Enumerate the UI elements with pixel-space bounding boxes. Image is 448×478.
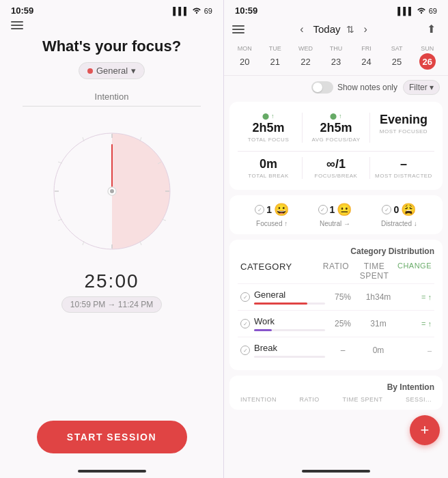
start-session-button[interactable]: START SESSION — [37, 421, 187, 453]
day-item[interactable]: THU23 — [328, 45, 344, 70]
day-name: WED — [298, 45, 313, 52]
day-item[interactable]: FRI24 — [359, 45, 375, 70]
mood-emoji: 😀 — [274, 202, 289, 217]
mood-emoji: 😩 — [401, 202, 416, 217]
category-bar — [254, 329, 325, 331]
share-button[interactable]: ⬆ — [423, 21, 440, 37]
category-dot — [87, 68, 93, 74]
filter-button[interactable]: Filter ▾ — [403, 80, 440, 95]
focus-title: What's your focus? — [42, 38, 181, 55]
signal-icon-left: ▌▌▌ — [173, 7, 188, 15]
time-range: 10:59 PM → 11:24 PM — [61, 296, 162, 313]
cat-time: 31m — [361, 319, 396, 328]
cat-check: ✓ — [240, 346, 250, 355]
top-bar-left — [0, 18, 223, 35]
stat-trend: ⬤ ↑ — [262, 113, 274, 120]
day-number: 22 — [297, 53, 313, 70]
by-intention-label: By Intention — [238, 382, 434, 392]
stat-item: ∞/1FOCUS/BREAK — [305, 157, 367, 179]
stats-section: ⬤ ↑2h5mTOTAL FOCUS⬤ ↑2h5mAVG FOCUS/DAYEv… — [229, 102, 443, 190]
today-label: Today — [313, 23, 340, 35]
mood-item: ✓0😩Distracted ↓ — [381, 202, 417, 227]
day-number: 23 — [328, 53, 344, 70]
day-name: FRI — [361, 45, 372, 52]
cat-check: ✓ — [240, 292, 250, 302]
mood-top: ✓0😩 — [382, 202, 416, 217]
stat-trend: ⬤ ↑ — [330, 113, 341, 120]
day-name: SUN — [421, 45, 434, 52]
svg-point-16 — [110, 189, 114, 193]
timer-display: 25:00 — [84, 270, 139, 292]
day-number: 25 — [389, 53, 405, 70]
day-item[interactable]: SUN26 — [419, 45, 436, 70]
mood-emoji: 😐 — [337, 202, 352, 217]
category-section: Category Distribution CATEGORY RATIO TIM… — [229, 240, 443, 370]
cat-change: = ↑ — [396, 320, 432, 328]
status-icons-right: ▌▌▌ 69 — [397, 6, 437, 15]
left-panel: 10:59 ▌▌▌ 69 What's your focus? General … — [0, 0, 224, 478]
category-row: ✓Work25%31m= ↑ — [238, 310, 434, 337]
week-strip: MON20TUE21WED22THU23FRI24SAT25SUN26 — [224, 42, 448, 76]
intention-header: INTENTION RATIO TIME SPENT SESSI... — [238, 396, 434, 403]
wifi-icon-left — [192, 6, 201, 15]
day-number: 21 — [267, 53, 283, 70]
mood-count: 1 — [266, 204, 272, 215]
next-nav-button[interactable]: › — [360, 22, 372, 37]
mood-check: ✓ — [382, 205, 391, 214]
cat-time: 1h34m — [361, 292, 396, 302]
mood-top: ✓1😀 — [255, 202, 289, 217]
mood-count: 1 — [330, 204, 335, 215]
stats-row-2: 0mTOTAL BREAK∞/1FOCUS/BREAK–MOST DISTRAC… — [238, 151, 434, 182]
int-header-sessions: SESSI... — [406, 396, 432, 403]
hamburger-menu[interactable] — [11, 21, 23, 29]
stat-value: 2h5m — [252, 121, 284, 135]
battery-icon-right: 69 — [429, 7, 437, 15]
day-item[interactable]: SAT25 — [389, 45, 405, 70]
fab-button[interactable]: + — [410, 415, 440, 445]
cat-ratio: – — [325, 346, 361, 355]
stat-label: MOST FOCUSED — [380, 128, 428, 135]
category-pill[interactable]: General ▾ — [79, 62, 145, 79]
status-bar-left: 10:59 ▌▌▌ 69 — [0, 0, 223, 18]
stat-item: ⬤ ↑2h5mAVG FOCUS/DAY — [305, 113, 367, 143]
day-item[interactable]: MON20 — [236, 45, 253, 70]
stat-item: –MOST DISTRACTED — [373, 157, 434, 179]
stat-item: ⬤ ↑2h5mTOTAL FOCUS — [238, 113, 299, 143]
mood-label: Neutral → — [320, 220, 350, 227]
mood-label: Distracted ↓ — [381, 220, 417, 227]
cat-change: – — [396, 346, 432, 354]
status-icons-left: ▌▌▌ 69 — [173, 6, 212, 15]
stat-label: MOST DISTRACTED — [375, 173, 432, 179]
stat-value: – — [400, 157, 407, 171]
day-number: 24 — [359, 53, 375, 70]
cat-name: Break — [254, 343, 325, 358]
wifi-icon-right — [417, 6, 426, 15]
prev-nav-button[interactable]: ‹ — [296, 22, 307, 37]
nav-center: ‹ Today ⇅ › — [296, 22, 372, 37]
cat-header-change: CHANGE — [393, 262, 432, 281]
day-item[interactable]: WED22 — [297, 45, 313, 70]
home-indicator-left — [78, 470, 146, 473]
category-bar — [254, 356, 325, 358]
category-bar — [254, 303, 325, 305]
category-bar-fill — [254, 329, 272, 331]
clock-container — [44, 123, 180, 259]
int-header-time: TIME SPENT — [342, 396, 382, 403]
battery-icon-left: 69 — [204, 7, 212, 15]
intention-input[interactable] — [23, 87, 201, 107]
stat-item: EveningMOST FOCUSED — [373, 113, 434, 143]
hamburger-menu-right[interactable] — [232, 25, 244, 33]
day-name: THU — [330, 45, 343, 52]
mood-section: ✓1😀Focused ↑✓1😐Neutral →✓0😩Distracted ↓ — [229, 195, 443, 234]
cat-header-ratio: RATIO — [317, 262, 355, 281]
stat-value: 0m — [260, 157, 277, 171]
top-nav: ‹ Today ⇅ › ⬆ — [224, 18, 448, 42]
day-item[interactable]: TUE21 — [267, 45, 283, 70]
show-notes-toggle[interactable] — [311, 81, 333, 94]
day-number: 26 — [419, 53, 436, 70]
toggle-container: Show notes only — [311, 81, 397, 94]
up-down-icon[interactable]: ⇅ — [346, 24, 354, 35]
right-panel: 10:59 ▌▌▌ 69 ‹ Today ⇅ › ⬆ MON20TUE21WED… — [224, 0, 448, 478]
mood-count: 0 — [393, 204, 399, 215]
cat-name: Work — [254, 316, 325, 331]
